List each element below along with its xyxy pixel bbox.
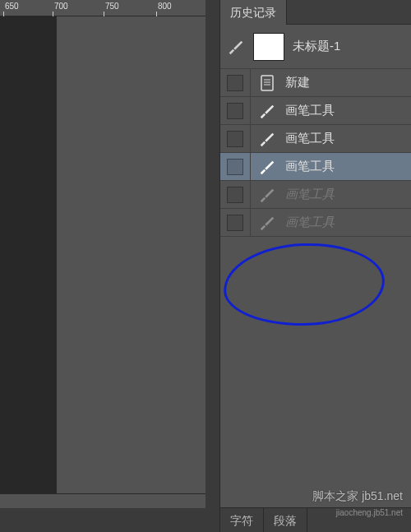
history-item[interactable]: 画笔工具 — [220, 97, 411, 125]
history-item-label: 画笔工具 — [285, 131, 335, 146]
svg-rect-0 — [261, 76, 273, 90]
divider — [250, 209, 251, 237]
canvas-statusbar — [0, 508, 206, 532]
source-label: 未标题-1 — [293, 39, 340, 54]
panel-header: 历史记录 — [220, 0, 411, 25]
divider — [250, 125, 251, 153]
brush-icon — [257, 129, 277, 149]
history-item-label: 新建 — [285, 75, 310, 90]
snapshot-checkbox[interactable] — [227, 75, 243, 91]
annotation-circle — [222, 241, 386, 329]
history-source-row[interactable]: 未标题-1 — [220, 25, 411, 69]
tab-character[interactable]: 字符 — [220, 508, 264, 532]
history-item[interactable]: 画笔工具 — [220, 125, 411, 153]
canvas-area: 650 700 750 800 — [0, 0, 206, 532]
tab-label: 历史记录 — [230, 6, 276, 19]
tab-paragraph[interactable]: 段落 — [264, 508, 307, 532]
tab-history[interactable]: 历史记录 — [220, 0, 287, 25]
history-item-label: 画笔工具 — [285, 103, 335, 118]
ruler-tick-label: 650 — [5, 2, 19, 11]
divider — [250, 69, 251, 97]
brush-icon — [257, 213, 277, 233]
ruler-tick-label: 700 — [54, 2, 68, 11]
canvas-pasteboard — [56, 16, 206, 532]
snapshot-checkbox[interactable] — [227, 187, 243, 203]
snapshot-checkbox[interactable] — [227, 103, 243, 119]
ruler-horizontal: 650 700 750 800 — [0, 0, 206, 16]
ruler-tick-label: 750 — [105, 2, 119, 11]
history-item[interactable]: 画笔工具 — [220, 181, 411, 209]
history-item[interactable]: 新建 — [220, 69, 411, 97]
history-panel: 历史记录 未标题-1 新建 画笔工具 — [219, 0, 411, 532]
scrollbar-horizontal[interactable] — [0, 493, 206, 508]
document-icon — [257, 73, 277, 93]
history-item[interactable]: 画笔工具 — [220, 209, 411, 237]
brush-icon — [257, 157, 277, 177]
history-item-label: 画笔工具 — [285, 159, 335, 174]
divider — [250, 97, 251, 125]
history-item[interactable]: 画笔工具 — [220, 153, 411, 181]
canvas-document[interactable] — [0, 16, 56, 493]
snapshot-checkbox[interactable] — [227, 131, 243, 147]
source-thumbnail — [253, 33, 284, 61]
tab-label: 段落 — [274, 514, 297, 527]
history-list: 新建 画笔工具 画笔工具 画笔工具 — [220, 69, 411, 237]
divider — [250, 153, 251, 181]
tab-label: 字符 — [230, 514, 253, 527]
snapshot-checkbox[interactable] — [227, 159, 243, 175]
history-item-label: 画笔工具 — [285, 215, 335, 230]
ruler-tick-label: 800 — [158, 2, 172, 11]
bottom-tabs: 字符 段落 — [220, 507, 411, 532]
brush-icon — [257, 185, 277, 205]
snapshot-checkbox[interactable] — [227, 215, 243, 231]
brush-icon — [257, 101, 277, 121]
divider — [250, 181, 251, 209]
history-brush-icon — [227, 38, 245, 56]
history-item-label: 画笔工具 — [285, 187, 335, 202]
